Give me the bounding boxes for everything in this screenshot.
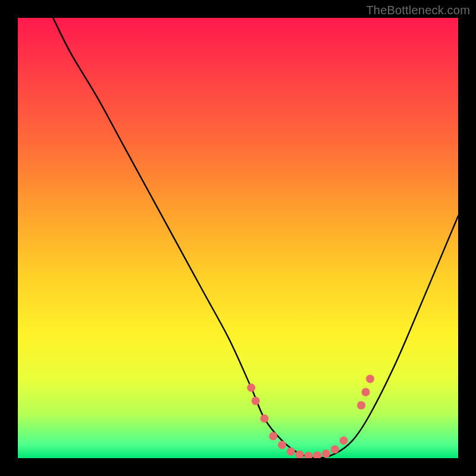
curve-line — [53, 18, 458, 458]
marker-dot — [260, 414, 268, 422]
marker-dot — [247, 384, 255, 392]
chart-svg — [18, 18, 458, 458]
marker-dot — [313, 452, 321, 458]
marker-dot — [252, 397, 260, 405]
marker-dot — [340, 436, 348, 444]
chart-stage: TheBottleneck.com — [0, 0, 476, 476]
marker-dot — [269, 432, 277, 440]
marker-dot — [278, 441, 286, 449]
marker-dot — [287, 447, 295, 456]
marker-dot — [296, 450, 304, 458]
marker-dot — [362, 388, 370, 396]
watermark-text: TheBottleneck.com — [366, 4, 470, 17]
marker-dot — [304, 452, 312, 458]
marker-dot — [322, 450, 330, 458]
marker-dot — [331, 445, 339, 453]
marker-dot — [366, 375, 374, 383]
chart-plot-area — [18, 18, 458, 458]
marker-dot — [357, 401, 365, 409]
highlight-dots — [247, 375, 374, 458]
